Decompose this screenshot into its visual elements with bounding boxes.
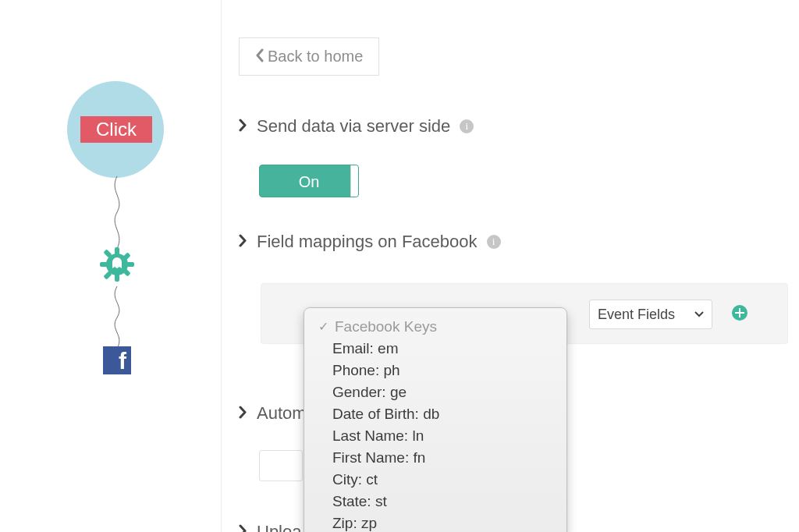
toggle-label: On (299, 173, 320, 190)
chevron-right-icon (239, 118, 247, 135)
facebook-keys-dropdown[interactable]: ✓ Facebook Keys Email: em Phone: ph Gend… (304, 307, 567, 532)
click-badge: Click (80, 116, 152, 143)
caret-down-icon (694, 309, 704, 320)
info-icon[interactable]: i (487, 235, 501, 249)
event-fields-label: Event Fields (598, 307, 675, 323)
server-side-title: Send data via server side (257, 116, 450, 137)
toggle-knob (350, 165, 358, 197)
left-decorative-region: Click f (0, 0, 218, 532)
dropdown-item[interactable]: Gender: ge (304, 381, 566, 403)
event-fields-select[interactable]: Event Fields (589, 300, 712, 329)
svg-rect-3 (100, 262, 108, 267)
add-mapping-button[interactable] (731, 304, 748, 321)
dropdown-item[interactable]: First Name: fn (304, 447, 566, 469)
chevron-left-icon (255, 48, 265, 66)
connector-line-1 (109, 176, 125, 249)
dropdown-item[interactable]: Last Name: ln (304, 425, 566, 447)
facebook-icon: f (103, 346, 131, 374)
back-to-home-button[interactable]: Back to home (239, 37, 379, 76)
svg-rect-11 (735, 312, 744, 314)
check-icon: ✓ (318, 321, 328, 333)
svg-rect-4 (126, 262, 134, 267)
chevron-right-icon (239, 405, 247, 422)
dropdown-group-header: ✓ Facebook Keys (304, 316, 566, 338)
chevron-right-icon (239, 523, 247, 532)
dropdown-item[interactable]: Zip: zp (304, 512, 566, 532)
chevron-right-icon (239, 233, 247, 250)
dropdown-item[interactable]: State: st (304, 491, 566, 512)
dropdown-item[interactable]: Email: em (304, 338, 566, 360)
server-side-section: Send data via server side i On (239, 116, 799, 197)
autom-title: Autom (257, 403, 307, 424)
field-mappings-header[interactable]: Field mappings on Facebook i (239, 232, 799, 252)
svg-rect-2 (115, 274, 119, 282)
autom-input[interactable] (259, 450, 303, 481)
back-button-label: Back to home (268, 48, 363, 66)
dropdown-item[interactable]: Date of Birth: db (304, 403, 566, 425)
svg-rect-1 (115, 247, 119, 255)
connector-line-2 (109, 286, 125, 349)
upload-title: Uploa (257, 522, 301, 532)
dropdown-group-label: Facebook Keys (335, 318, 437, 335)
server-side-toggle[interactable]: On (259, 165, 359, 197)
server-side-header[interactable]: Send data via server side i (239, 116, 799, 137)
gear-icon (95, 243, 139, 286)
info-icon[interactable]: i (460, 119, 474, 133)
field-mappings-title: Field mappings on Facebook (257, 232, 478, 252)
dropdown-item[interactable]: Phone: ph (304, 360, 566, 381)
dropdown-item[interactable]: City: ct (304, 469, 566, 491)
